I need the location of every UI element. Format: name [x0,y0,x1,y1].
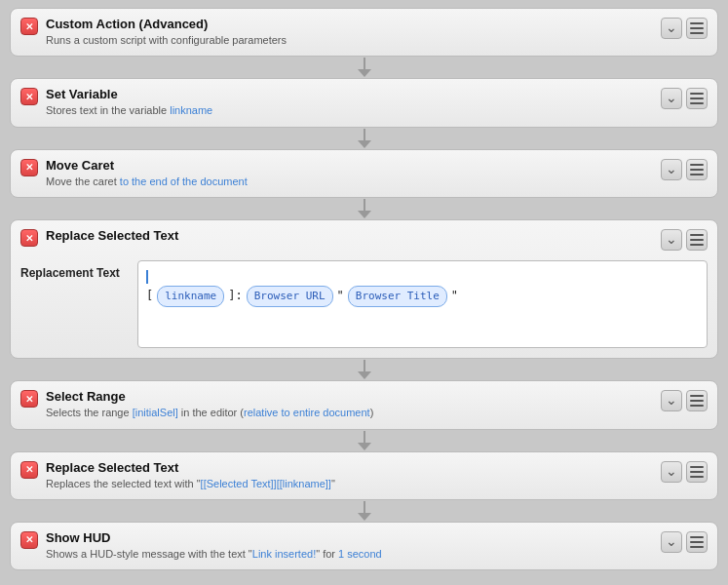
action-left: Replace Selected Text Replaces the selec… [20,460,653,491]
menu-button[interactable] [686,159,708,180]
close-button-custom-action[interactable] [20,18,38,35]
desc-prefix: Stores text in the variable [46,104,170,116]
action-desc: Shows a HUD-style message with the text … [46,547,653,562]
action-text: Show HUD Shows a HUD-style message with … [46,530,653,562]
action-header: Move Caret Move the caret to the end of … [20,158,708,189]
chevron-button[interactable] [661,18,682,39]
action-left: Show HUD Shows a HUD-style message with … [20,530,653,562]
action-text: Replace Selected Text [46,228,653,245]
action-desc: Runs a custom script with configurable p… [46,33,653,48]
relative-link[interactable]: relative to entire document [244,407,370,418]
bracket-open: [ [146,286,153,307]
menu-button[interactable] [686,88,708,109]
connector-4 [355,359,374,380]
action-title: Set Variable [46,87,653,101]
action-title: Move Caret [46,158,653,173]
menu-button[interactable] [686,531,708,553]
action-controls [661,461,708,483]
desc-prefix: Replaces the selected text with " [46,478,201,489]
close-button-replace-1[interactable] [20,229,38,247]
chevron-button[interactable] [661,159,682,180]
link-inserted-link[interactable]: Link inserted! [252,548,316,560]
desc-suffix: " [331,478,335,489]
action-header: Replace Selected Text Replaces the selec… [20,460,708,491]
action-controls [661,159,708,180]
caret-link[interactable]: to the end of the document [120,176,248,187]
action-block-select-range: Select Range Selects the range [initialS… [10,380,718,429]
token-browser-url: Browser URL [247,286,333,307]
one-second-link[interactable]: 1 second [338,548,382,560]
token-linkname: linkname [157,286,224,307]
desc-mid: " for [316,548,338,560]
action-text: Select Range Selects the range [initialS… [46,389,653,420]
editor-line-1 [146,267,699,286]
replacement-label: Replacement Text [20,260,128,280]
action-desc: Selects the range [initialSel] in the ed… [46,406,653,420]
action-left: Replace Selected Text [20,228,653,247]
action-header: Replace Selected Text [20,228,708,251]
desc-suffix: ) [370,407,374,418]
bracket-close-colon: ]: [228,286,242,307]
action-left: Custom Action (Advanced) Runs a custom s… [20,17,653,48]
action-header: Select Range Selects the range [initialS… [20,389,708,420]
action-header: Set Variable Stores text in the variable… [20,87,708,118]
close-button-show-hud[interactable] [20,531,38,549]
action-text: Replace Selected Text Replaces the selec… [46,460,653,491]
replacement-editor[interactable]: [linkname]: Browser URL "Browser Title" [137,260,708,348]
space-quote-open: " [337,286,344,307]
chevron-button[interactable] [661,390,682,411]
connector-1 [355,57,374,78]
linkname-link[interactable]: linkname [170,104,212,116]
action-title: Select Range [46,389,653,404]
connector-6 [355,500,374,522]
desc-prefix: Selects the range [46,407,133,418]
action-text: Custom Action (Advanced) Runs a custom s… [46,17,653,48]
action-text: Set Variable Stores text in the variable… [46,87,653,118]
action-controls [661,18,708,39]
menu-button[interactable] [686,390,708,411]
close-button-move-caret[interactable] [20,159,38,176]
action-block-custom-action: Custom Action (Advanced) Runs a custom s… [10,8,718,57]
action-controls [661,531,708,553]
initial-sel-link[interactable]: [initialSel] [133,407,178,418]
action-desc: Move the caret to the end of the documen… [46,175,653,189]
menu-button[interactable] [686,18,708,39]
close-button-replace-2[interactable] [20,461,38,479]
action-title: Custom Action (Advanced) [46,17,653,31]
replacement-section: Replacement Text [linkname]: Browser URL… [20,260,708,348]
action-title: Replace Selected Text [46,228,653,243]
action-left: Move Caret Move the caret to the end of … [20,158,653,189]
chevron-button[interactable] [661,531,682,553]
action-controls [661,229,708,251]
token-browser-title: Browser Title [348,286,447,307]
action-block-move-caret: Move Caret Move the caret to the end of … [10,149,718,198]
desc-prefix: Move the caret [46,176,120,187]
action-left: Set Variable Stores text in the variable… [20,87,653,118]
quote-close: " [451,286,458,307]
action-header: Custom Action (Advanced) Runs a custom s… [20,17,708,48]
selected-text-link[interactable]: [[Selected Text]][[linkname]] [201,478,331,489]
action-title: Show HUD [46,530,653,545]
cursor [146,270,148,284]
menu-button[interactable] [686,229,708,251]
action-block-show-hud: Show HUD Shows a HUD-style message with … [10,522,718,570]
menu-button[interactable] [686,461,708,483]
action-header: Show HUD Shows a HUD-style message with … [20,530,708,562]
action-desc: Replaces the selected text with "[[Selec… [46,477,653,491]
action-left: Select Range Selects the range [initialS… [20,389,653,420]
action-block-replace-selected-text-1: Replace Selected Text Replacement Text [… [10,219,718,359]
action-desc: Stores text in the variable linkname [46,103,653,118]
action-controls [661,390,708,411]
connector-3 [355,198,374,219]
close-button-select-range[interactable] [20,390,38,408]
chevron-button[interactable] [661,461,682,483]
action-text: Move Caret Move the caret to the end of … [46,158,653,189]
action-block-set-variable: Set Variable Stores text in the variable… [10,78,718,127]
action-title: Replace Selected Text [46,460,653,475]
desc-mid: in the editor ( [178,407,244,418]
chevron-button[interactable] [661,229,682,251]
chevron-button[interactable] [661,88,682,109]
action-block-replace-selected-text-2: Replace Selected Text Replaces the selec… [10,451,718,500]
close-button-set-variable[interactable] [20,88,38,105]
editor-line-2: [linkname]: Browser URL "Browser Title" [146,286,699,307]
